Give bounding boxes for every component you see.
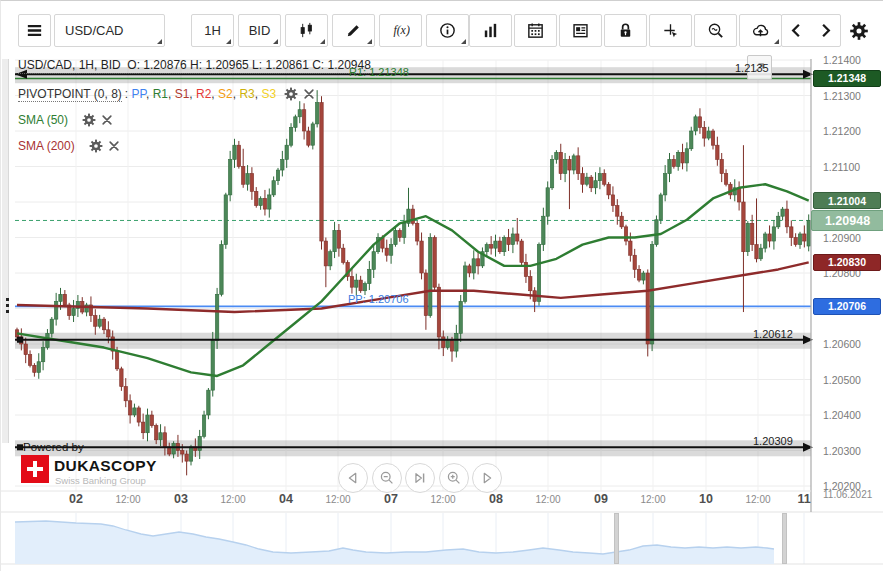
- fx-icon: f(x): [391, 21, 410, 40]
- indicator-row-pivotpoint: PIVOTPOINT (0, 8) : PP, R1, S1, R2, S2, …: [18, 86, 316, 102]
- dropdown-corner-icon: [273, 39, 278, 44]
- bars-icon: [481, 21, 500, 40]
- pivot-item-r3: R3: [239, 87, 254, 101]
- crosshair-button[interactable]: [649, 14, 692, 47]
- back-button[interactable]: [782, 15, 811, 46]
- price-side-select[interactable]: BID: [238, 14, 281, 47]
- calendar-icon: [526, 21, 545, 40]
- price-tick-label: 1.21300: [823, 90, 861, 102]
- pencil-icon: [344, 21, 363, 40]
- price-tick-label: 1.21400: [823, 54, 861, 66]
- news-button[interactable]: [559, 14, 602, 47]
- pivot-settings-gear-icon[interactable]: [283, 86, 299, 102]
- calendar-button[interactable]: [514, 14, 557, 47]
- forward-button[interactable]: [811, 15, 840, 46]
- time-tick-label-03: 03: [174, 492, 188, 506]
- price-badge-1-20830: 1.20830: [813, 254, 881, 271]
- dropdown-corner-icon: [320, 39, 325, 44]
- sma50-settings-gear-icon[interactable]: [81, 112, 97, 128]
- crosshair-icon: [661, 21, 680, 40]
- toolbar: USD/CAD1HBIDf(x): [1, 1, 883, 57]
- pivot-label: PIVOTPOINT (0, 8): [18, 87, 122, 102]
- price-tick-label: 1.20900: [823, 232, 861, 244]
- time-tick-label-08: 08: [489, 492, 503, 506]
- hline-mid-label: 1.20612: [753, 328, 793, 340]
- zoom-wave-icon: [706, 21, 725, 40]
- lock-button[interactable]: [604, 14, 647, 47]
- time-tick-label-1200: 12:00: [430, 494, 455, 505]
- candles-icon: [297, 21, 316, 40]
- pivot-item-s3: S3: [261, 87, 276, 101]
- chart-zoom-out-button[interactable]: [372, 463, 402, 493]
- dropdown-corner-icon: [461, 39, 466, 44]
- menu-icon: [25, 21, 44, 40]
- time-tick-label-07: 07: [384, 492, 398, 506]
- chart-title: USD/CAD, 1H, BID O: 1.20876 H: 1.20965 L…: [18, 58, 371, 72]
- navigator-handle-right[interactable]: [782, 513, 787, 564]
- sma200-settings-gear-icon[interactable]: [88, 138, 104, 154]
- chart-jump-latest-button[interactable]: [405, 463, 435, 493]
- zoom-tool-button[interactable]: [694, 14, 737, 47]
- indicators-button[interactable]: f(x): [379, 14, 422, 47]
- time-tick-label-1200: 12:00: [535, 494, 560, 505]
- dropdown-corner-icon: [367, 39, 372, 44]
- news-icon: [571, 21, 590, 40]
- indicator-row-sma200: SMA (200): [18, 138, 121, 154]
- brand-name: DUKASCOPY: [54, 457, 157, 475]
- svg-text:f(x): f(x): [393, 23, 410, 37]
- time-tick-label-09: 09: [594, 492, 608, 506]
- navigator-handle-left[interactable]: [614, 513, 619, 564]
- draw-tools-button[interactable]: [332, 14, 375, 47]
- price-badge-1-20706: 1.20706: [813, 298, 881, 315]
- time-tick-label-04: 04: [279, 492, 293, 506]
- price-badge-1-21348: 1.21348: [813, 70, 881, 87]
- powered-by-label: Powered by: [23, 441, 84, 453]
- axis-date-label: 11.06.2021: [823, 489, 872, 500]
- sma50-label: SMA (50): [18, 113, 68, 127]
- r1-line-label: R1: 1.21348: [349, 66, 409, 78]
- info-button[interactable]: [426, 14, 469, 47]
- history-nav-group: [781, 14, 841, 47]
- brand-subtitle: Swiss Banking Group: [55, 475, 146, 486]
- hline-low-label: 1.20309: [753, 435, 793, 447]
- pp-line-label: PP: 1.20706: [348, 293, 409, 305]
- price-tick-label: 1.20500: [823, 374, 861, 386]
- lock-icon: [616, 21, 635, 40]
- time-tick-label-10: 10: [699, 492, 713, 506]
- pivot-item-r2: R2: [196, 87, 211, 101]
- dukascopy-logo-icon: [21, 455, 49, 483]
- chart-type-button[interactable]: [285, 14, 328, 47]
- pivot-drag-handle-icon[interactable]: [6, 298, 9, 313]
- price-badge-1-20948: 1.20948: [811, 210, 883, 231]
- main-menu-button[interactable]: [18, 14, 51, 47]
- pivot-item-s2: S2: [218, 87, 233, 101]
- dropdown-corner-icon: [226, 39, 231, 44]
- pivot-remove-icon[interactable]: [302, 87, 316, 101]
- dropdown-corner-icon: [157, 39, 162, 44]
- chart-forward-button[interactable]: [472, 463, 502, 493]
- left-gutter: [2, 59, 9, 443]
- info-icon: [438, 21, 457, 40]
- volume-button[interactable]: [469, 14, 512, 47]
- price-tick-label: 1.21100: [823, 161, 860, 173]
- price-badge-1-21004: 1.21004: [813, 192, 881, 209]
- instrument-select[interactable]: USD/CAD: [54, 14, 165, 47]
- sma200-remove-icon[interactable]: [107, 139, 121, 153]
- hline-top-label: 1.2135: [735, 62, 769, 74]
- pivot-item-pp: PP: [131, 87, 145, 101]
- time-tick-label-02: 02: [69, 492, 83, 506]
- ohlc-values: O: 1.20876 H: 1.20965 L: 1.20861 C: 1.20…: [127, 58, 371, 72]
- trading-chart-app: USD/CAD1HBIDf(x) USD/CAD, 1H, BID O: 1.2…: [0, 0, 883, 571]
- sma200-label: SMA (200): [18, 139, 75, 153]
- settings-button[interactable]: [844, 14, 874, 47]
- price-tick-label: 1.20600: [823, 338, 861, 350]
- timeframe-select[interactable]: 1H: [191, 14, 234, 47]
- chart-back-button[interactable]: [338, 463, 368, 493]
- pivot-item-s1: S1: [175, 87, 190, 101]
- indicator-row-sma50: SMA (50): [18, 112, 114, 128]
- chart-zoom-in-button[interactable]: [439, 463, 469, 493]
- upload-button[interactable]: [739, 14, 782, 47]
- time-tick-label-1200: 12:00: [325, 494, 350, 505]
- sma50-remove-icon[interactable]: [100, 113, 114, 127]
- time-tick-label-1200: 12:00: [220, 494, 245, 505]
